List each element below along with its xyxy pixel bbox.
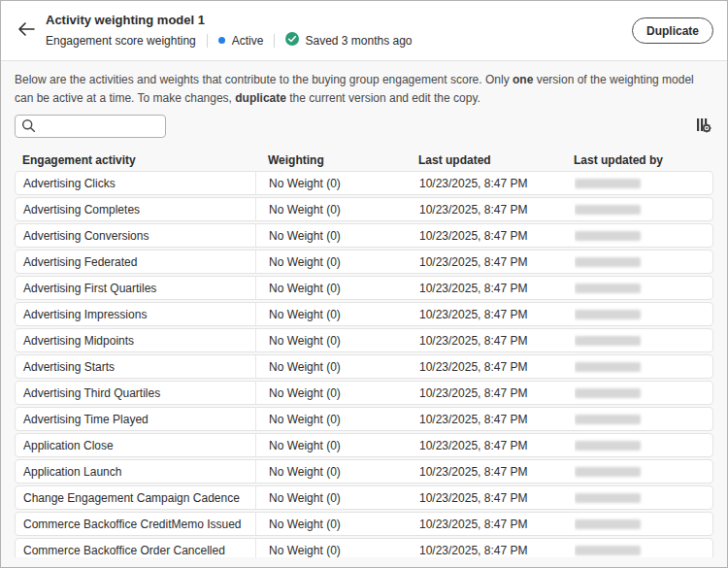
cell-weighting: No Weight (0) bbox=[256, 198, 419, 220]
cell-last-updated: 10/23/2025, 8:47 PM bbox=[419, 486, 575, 509]
content-area: Below are the activities and weights tha… bbox=[1, 71, 727, 557]
column-settings-icon bbox=[696, 121, 711, 136]
page-header: Activity weighting model 1 Engagement sc… bbox=[1, 1, 727, 61]
duplicate-button[interactable]: Duplicate bbox=[632, 17, 713, 44]
cell-weighting: No Weight (0) bbox=[256, 513, 419, 535]
cell-last-updated: 10/23/2025, 8:47 PM bbox=[419, 303, 575, 325]
cell-last-updated: 10/23/2025, 8:47 PM bbox=[419, 539, 575, 557]
redacted-user-name bbox=[575, 284, 641, 293]
page-title: Activity weighting model 1 bbox=[46, 13, 413, 27]
table-row[interactable]: Advertising Starts No Weight (0) 10/23/2… bbox=[15, 354, 713, 379]
cell-weighting: No Weight (0) bbox=[256, 408, 419, 430]
cell-engagement-activity: Change Engagement Campaign Cadence bbox=[16, 486, 256, 509]
cell-last-updated: 10/23/2025, 8:47 PM bbox=[419, 277, 575, 299]
redacted-user-name bbox=[575, 388, 641, 398]
cell-last-updated: 10/23/2025, 8:47 PM bbox=[419, 172, 575, 194]
cell-engagement-activity: Advertising Federated bbox=[16, 251, 256, 273]
cell-last-updated-by bbox=[575, 460, 712, 483]
cell-weighting: No Weight (0) bbox=[256, 329, 419, 351]
redacted-user-name bbox=[575, 179, 641, 188]
cell-weighting: No Weight (0) bbox=[256, 382, 419, 404]
redacted-user-name bbox=[575, 519, 641, 529]
divider bbox=[274, 34, 275, 48]
model-subtitle: Engagement score weighting bbox=[46, 34, 196, 48]
redacted-user-name bbox=[575, 336, 641, 346]
cell-weighting: No Weight (0) bbox=[256, 539, 419, 557]
table-toolbar bbox=[15, 115, 713, 138]
arrow-left-icon bbox=[17, 22, 35, 39]
table-row[interactable]: Advertising Impressions No Weight (0) 10… bbox=[15, 302, 713, 326]
cell-last-updated-by bbox=[575, 434, 712, 456]
cell-weighting: No Weight (0) bbox=[256, 434, 419, 456]
redacted-user-name bbox=[575, 310, 641, 319]
cell-engagement-activity: Application Launch bbox=[16, 460, 256, 483]
redacted-user-name bbox=[575, 493, 641, 503]
column-settings-button[interactable] bbox=[694, 116, 713, 138]
cell-last-updated: 10/23/2025, 8:47 PM bbox=[419, 224, 575, 247]
table-row[interactable]: Advertising Completes No Weight (0) 10/2… bbox=[15, 197, 713, 221]
table-row[interactable]: Application Launch No Weight (0) 10/23/2… bbox=[15, 459, 713, 484]
cell-weighting: No Weight (0) bbox=[256, 277, 419, 299]
cell-engagement-activity: Advertising Midpoints bbox=[16, 329, 256, 351]
cell-last-updated: 10/23/2025, 8:47 PM bbox=[419, 251, 575, 273]
cell-engagement-activity: Advertising First Quartiles bbox=[16, 277, 256, 299]
cell-last-updated: 10/23/2025, 8:47 PM bbox=[419, 408, 575, 430]
cell-weighting: No Weight (0) bbox=[256, 355, 419, 378]
column-header-last-updated-by[interactable]: Last updated by bbox=[574, 153, 713, 167]
cell-weighting: No Weight (0) bbox=[256, 224, 419, 247]
status-label: Active bbox=[232, 34, 264, 48]
table-row[interactable]: Advertising Clicks No Weight (0) 10/23/2… bbox=[15, 171, 713, 195]
table-row[interactable]: Advertising Midpoints No Weight (0) 10/2… bbox=[15, 328, 713, 352]
cell-last-updated-by bbox=[575, 251, 712, 273]
redacted-user-name bbox=[575, 362, 641, 372]
cell-last-updated-by bbox=[575, 486, 712, 509]
cell-last-updated: 10/23/2025, 8:47 PM bbox=[419, 513, 575, 535]
active-status-dot-icon bbox=[218, 37, 225, 44]
cell-last-updated: 10/23/2025, 8:47 PM bbox=[419, 355, 575, 378]
cell-last-updated-by bbox=[575, 303, 712, 325]
table-row[interactable]: Commerce Backoffice CreditMemo Issued No… bbox=[15, 512, 713, 536]
column-header-engagement-activity[interactable]: Engagement activity bbox=[15, 153, 255, 167]
cell-weighting: No Weight (0) bbox=[256, 303, 419, 325]
column-header-weighting[interactable]: Weighting bbox=[255, 153, 418, 167]
redacted-user-name bbox=[575, 467, 641, 477]
table-row[interactable]: Advertising Conversions No Weight (0) 10… bbox=[15, 223, 713, 248]
table-row[interactable]: Commerce Backoffice Order Cancelled No W… bbox=[15, 538, 713, 557]
redacted-user-name bbox=[575, 231, 641, 241]
cell-last-updated: 10/23/2025, 8:47 PM bbox=[419, 329, 575, 351]
column-header-last-updated[interactable]: Last updated bbox=[418, 153, 574, 167]
cell-last-updated-by bbox=[575, 382, 712, 404]
cell-engagement-activity: Commerce Backoffice CreditMemo Issued bbox=[16, 513, 256, 535]
table-row[interactable]: Change Engagement Campaign Cadence No We… bbox=[15, 485, 713, 510]
cell-engagement-activity: Application Close bbox=[16, 434, 256, 456]
saved-indicator: Saved 3 months ago bbox=[285, 32, 412, 49]
cell-last-updated-by bbox=[575, 329, 712, 351]
cell-last-updated-by bbox=[575, 355, 712, 378]
cell-engagement-activity: Advertising Time Played bbox=[16, 408, 256, 430]
table-body: Advertising Clicks No Weight (0) 10/23/2… bbox=[15, 171, 713, 557]
cell-engagement-activity: Advertising Clicks bbox=[16, 172, 256, 194]
table-row[interactable]: Advertising Federated No Weight (0) 10/2… bbox=[15, 250, 713, 274]
back-button[interactable] bbox=[15, 19, 38, 43]
description-text: Below are the activities and weights tha… bbox=[15, 71, 713, 107]
cell-last-updated: 10/23/2025, 8:47 PM bbox=[419, 198, 575, 220]
cell-last-updated: 10/23/2025, 8:47 PM bbox=[419, 460, 575, 483]
redacted-user-name bbox=[575, 257, 641, 267]
cell-engagement-activity: Advertising Third Quartiles bbox=[16, 382, 256, 404]
redacted-user-name bbox=[575, 546, 641, 555]
cell-last-updated-by bbox=[575, 172, 712, 194]
table-row[interactable]: Advertising First Quartiles No Weight (0… bbox=[15, 276, 713, 300]
cell-last-updated: 10/23/2025, 8:47 PM bbox=[419, 382, 575, 404]
table-row[interactable]: Application Close No Weight (0) 10/23/20… bbox=[15, 433, 713, 457]
table-row[interactable]: Advertising Time Played No Weight (0) 10… bbox=[15, 407, 713, 431]
cell-last-updated-by bbox=[575, 277, 712, 299]
cell-last-updated-by bbox=[575, 513, 712, 535]
cell-weighting: No Weight (0) bbox=[256, 172, 419, 194]
cell-weighting: No Weight (0) bbox=[256, 251, 419, 273]
cell-engagement-activity: Advertising Starts bbox=[16, 355, 256, 378]
search-input[interactable] bbox=[15, 115, 166, 138]
cell-engagement-activity: Advertising Conversions bbox=[16, 224, 256, 247]
cell-weighting: No Weight (0) bbox=[256, 486, 419, 509]
cell-last-updated-by bbox=[575, 198, 712, 220]
table-row[interactable]: Advertising Third Quartiles No Weight (0… bbox=[15, 381, 713, 405]
